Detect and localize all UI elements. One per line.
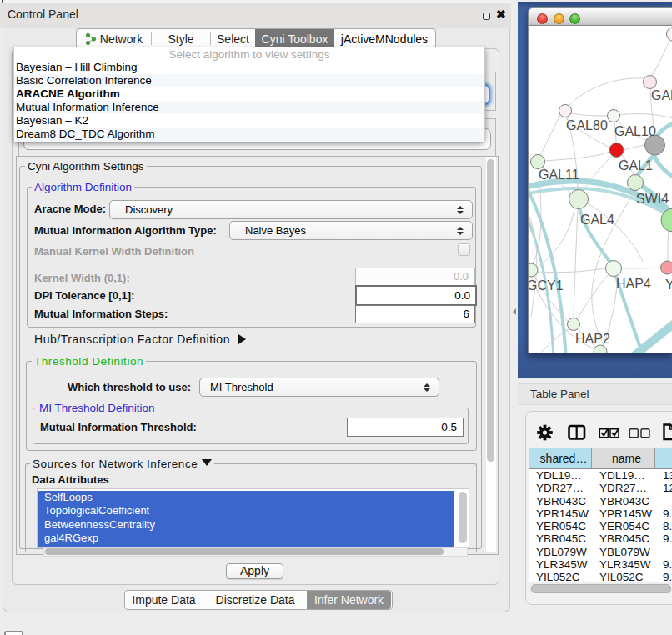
- svg-text:GAL80: GAL80: [566, 118, 608, 132]
- svg-text:GCY1: GCY1: [528, 278, 564, 292]
- svg-text:HAP4: HAP4: [616, 277, 651, 291]
- svg-text:GAL10: GAL10: [614, 124, 656, 138]
- svg-text:GAL1: GAL1: [619, 158, 653, 172]
- svg-text:YJL: YJL: [665, 278, 672, 292]
- svg-text:SWI4: SWI4: [636, 192, 669, 206]
- svg-text:GAL4: GAL4: [580, 212, 614, 227]
- svg-text:HAP2: HAP2: [575, 332, 610, 346]
- svg-text:GAL2: GAL2: [651, 88, 672, 102]
- svg-text:GAL11: GAL11: [539, 168, 579, 182]
